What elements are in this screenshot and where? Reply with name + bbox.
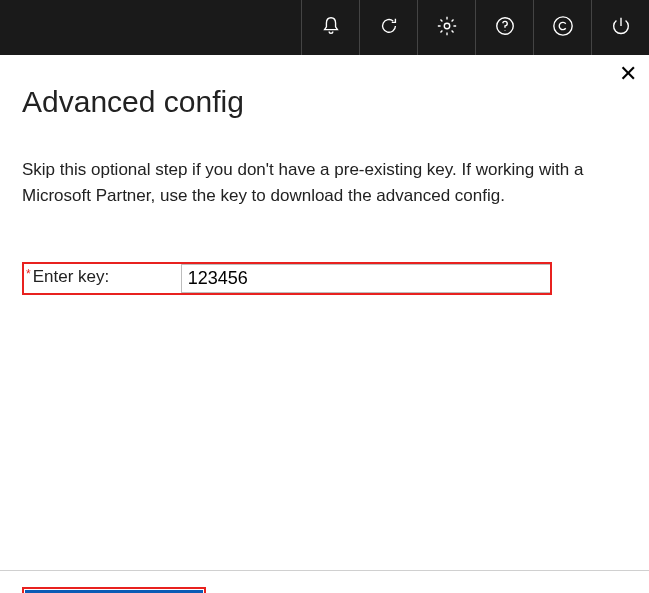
enter-key-label: Enter key: (33, 264, 181, 293)
settings-button[interactable] (417, 0, 475, 55)
gear-icon (436, 15, 458, 41)
notifications-button[interactable] (301, 0, 359, 55)
svg-point-0 (444, 23, 450, 29)
power-button[interactable] (591, 0, 649, 55)
copyright-icon (552, 15, 574, 41)
close-button[interactable]: ✕ (619, 63, 637, 85)
svg-point-2 (553, 16, 571, 34)
power-icon (610, 15, 632, 41)
copyright-button[interactable] (533, 0, 591, 55)
download-button-highlight: Download config (22, 587, 206, 593)
advanced-config-panel: ✕ Advanced config Skip this optional ste… (0, 55, 649, 315)
refresh-button[interactable] (359, 0, 417, 55)
close-icon: ✕ (619, 61, 637, 86)
refresh-icon (378, 15, 400, 41)
panel-title: Advanced config (22, 85, 627, 119)
enter-key-field-row: * Enter key: (22, 262, 552, 295)
top-header-bar (0, 0, 649, 55)
help-icon (494, 15, 516, 41)
enter-key-input[interactable] (181, 264, 550, 293)
panel-footer: Download config (0, 570, 649, 593)
panel-content: Advanced config Skip this optional step … (0, 55, 649, 315)
required-indicator: * (24, 264, 33, 293)
bell-icon (320, 15, 342, 41)
panel-description: Skip this optional step if you don't hav… (22, 157, 627, 210)
help-button[interactable] (475, 0, 533, 55)
